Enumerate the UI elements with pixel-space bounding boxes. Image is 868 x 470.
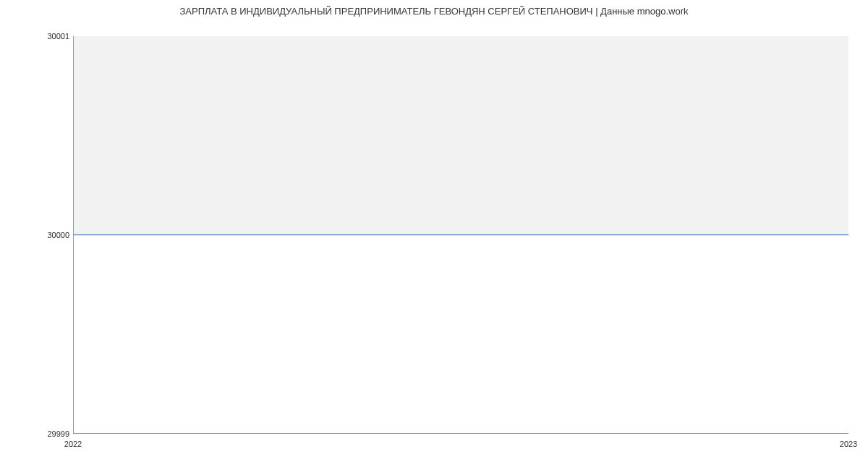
data-line: [74, 234, 848, 235]
y-axis-tick-label: 29999: [47, 430, 69, 438]
x-axis-tick-label: 2022: [64, 440, 82, 448]
y-axis-tick-label: 30000: [47, 231, 69, 239]
x-axis-tick-label: 2023: [840, 440, 857, 448]
plot-area: [73, 36, 848, 434]
chart-container: ЗАРПЛАТА В ИНДИВИДУАЛЬНЫЙ ПРЕДПРИНИМАТЕЛ…: [0, 0, 868, 470]
chart-title: ЗАРПЛАТА В ИНДИВИДУАЛЬНЫЙ ПРЕДПРИНИМАТЕЛ…: [0, 6, 868, 17]
area-fill: [74, 36, 848, 235]
y-axis-tick-label: 30001: [47, 32, 69, 40]
